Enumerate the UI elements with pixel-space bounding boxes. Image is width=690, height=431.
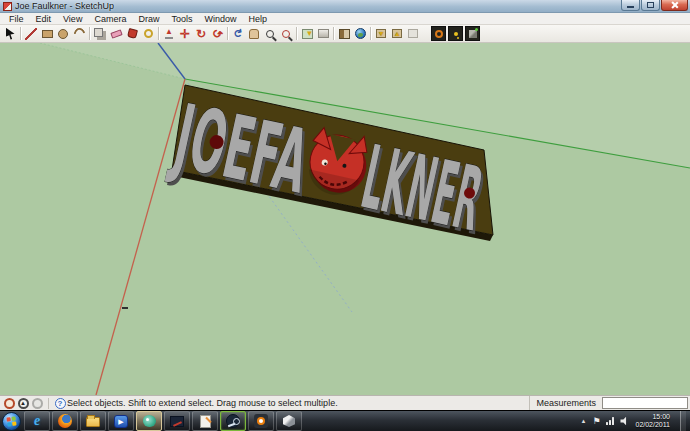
tape-measure-icon [144, 29, 153, 38]
preview-google-earth-button[interactable] [352, 26, 368, 42]
show-hidden-icons-button[interactable]: ▲ [580, 418, 586, 424]
orbit-icon: ↻ [232, 28, 244, 39]
share-model-button[interactable]: ▲ [389, 26, 405, 42]
start-button[interactable] [2, 412, 21, 431]
offset-tool-button[interactable]: ↺ [209, 26, 225, 42]
magnifier-red-icon [282, 30, 290, 38]
menu-file[interactable]: File [3, 13, 30, 25]
volume-icon[interactable] [620, 417, 629, 426]
model-info-icon[interactable] [4, 398, 15, 409]
get-models-button[interactable]: ▼ [373, 26, 389, 42]
circle-tool-button[interactable] [55, 26, 71, 42]
toolbar-separator [158, 27, 159, 40]
credits-icon[interactable] [32, 398, 43, 409]
taskbar-notes-app[interactable] [192, 411, 218, 431]
menu-edit[interactable]: Edit [30, 13, 58, 25]
google-earth-icon [355, 28, 366, 39]
crate-download-icon: ▼ [376, 29, 386, 38]
title-bar[interactable]: Joe Faulkner - SketchUp [0, 0, 690, 13]
terrain-icon [318, 29, 329, 38]
modeling-viewport[interactable]: JOEFA JOEFA LKNER LKNER [0, 0, 690, 431]
zoom-tool-button[interactable] [262, 26, 278, 42]
taskbar-steam[interactable] [220, 411, 246, 431]
toggle-terrain-button[interactable] [315, 26, 331, 42]
extension-button-3[interactable] [465, 26, 480, 41]
action-center-flag-icon[interactable]: ⚑ [592, 417, 600, 426]
extension-button-2[interactable] [448, 26, 463, 41]
menu-help[interactable]: Help [242, 13, 273, 25]
taskbar-blender[interactable] [248, 411, 274, 431]
taskbar-active-app[interactable] [136, 411, 162, 431]
clock-time: 15:00 [635, 413, 670, 421]
taskbar-graphics-app[interactable] [164, 411, 190, 431]
stray-mark [122, 307, 128, 309]
statusbar-separator [48, 398, 49, 409]
select-tool-button[interactable] [2, 26, 18, 42]
tape-measure-button[interactable] [140, 26, 156, 42]
help-question-icon[interactable]: ? [55, 398, 66, 409]
eraser-tool-button[interactable] [108, 26, 124, 42]
map-pin-icon: ▼ [302, 29, 313, 39]
maximize-button[interactable] [641, 0, 660, 11]
magnifier-icon [266, 30, 274, 38]
select-arrow-icon [6, 28, 15, 40]
show-desktop-button[interactable] [680, 411, 686, 431]
push-pull-button[interactable]: ▲ [161, 26, 177, 42]
taskbar-clock[interactable]: 15:00 02/02/2011 [635, 413, 670, 429]
play-glyph: ▶ [118, 418, 123, 425]
network-icon[interactable] [606, 417, 614, 425]
arrow-down-glyph: ▼ [378, 30, 385, 37]
line-tool-button[interactable] [23, 26, 39, 42]
taskbar-media-player[interactable]: ▶ [108, 411, 134, 431]
toolbar-separator [89, 27, 90, 40]
paint-bucket-button[interactable] [124, 26, 140, 42]
orbit-tool-button[interactable]: ↻ [230, 26, 246, 42]
circle-icon [58, 29, 68, 39]
document-pencil-icon [200, 415, 211, 428]
menu-tools[interactable]: Tools [165, 13, 198, 25]
taskbar-firefox[interactable] [52, 411, 78, 431]
rectangle-icon [42, 30, 53, 38]
internet-explorer-icon: e [34, 414, 40, 428]
media-player-icon: ▶ [114, 415, 128, 428]
photo-textures-button[interactable] [336, 26, 352, 42]
crate-faded-icon [408, 29, 418, 38]
pan-hand-icon [249, 29, 259, 39]
share-component-button[interactable] [405, 26, 421, 42]
pin-glyph: ▼ [306, 30, 314, 38]
gold-key-icon [454, 32, 458, 36]
orange-ring-icon [435, 30, 443, 38]
pan-tool-button[interactable] [246, 26, 262, 42]
maximize-icon [647, 2, 654, 8]
arc-tool-button[interactable] [71, 26, 87, 42]
monitor-pen-icon [170, 416, 184, 427]
menu-camera[interactable]: Camera [88, 13, 132, 25]
windows-logo-icon [6, 416, 16, 426]
push-pull-icon: ▲ [165, 28, 173, 39]
rotate-tool-button[interactable]: ↻ [193, 26, 209, 42]
zoom-extents-button[interactable] [278, 26, 294, 42]
extension-button-1[interactable] [431, 26, 446, 41]
menu-view[interactable]: View [57, 13, 88, 25]
close-button[interactable] [661, 0, 688, 11]
measurements-input[interactable] [602, 397, 688, 409]
add-location-button[interactable]: ▼ [299, 26, 315, 42]
taskbar-unity[interactable] [276, 411, 302, 431]
menu-draw[interactable]: Draw [132, 13, 165, 25]
taskbar-explorer[interactable] [80, 411, 106, 431]
move-tool-button[interactable]: ✛ [177, 26, 193, 42]
clock-date: 02/02/2011 [635, 421, 670, 429]
rectangle-tool-button[interactable] [39, 26, 55, 42]
menu-window[interactable]: Window [198, 13, 242, 25]
taskbar-internet-explorer[interactable]: e [24, 411, 50, 431]
toolbar-separator [20, 27, 21, 40]
paint-bucket-icon [127, 28, 138, 39]
make-component-button[interactable] [92, 26, 108, 42]
geo-location-icon[interactable]: ▲ [18, 398, 29, 409]
minimize-icon [627, 6, 634, 8]
arc-icon [71, 26, 86, 41]
toolbar-separator [333, 27, 334, 40]
toolbar-separator [227, 27, 228, 40]
minimize-button[interactable] [621, 0, 640, 11]
status-bar: ▲ ? Select objects. Shift to extend sele… [0, 395, 690, 410]
